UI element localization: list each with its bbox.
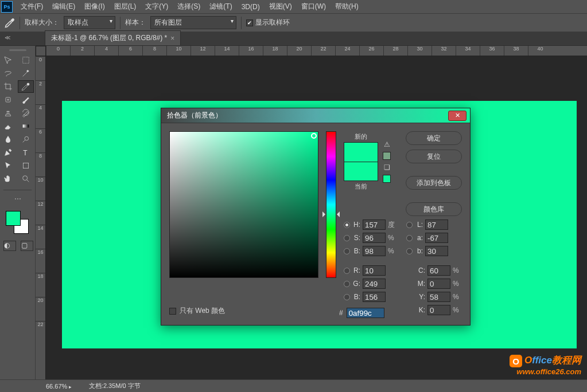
c-input[interactable] [427,265,450,276]
menu-image[interactable]: 图像(I) [80,0,109,13]
edit-toolbar-icon[interactable]: ⋯ [0,195,35,203]
m-input[interactable] [427,279,450,289]
hue-slider[interactable] [324,131,338,315]
eyedropper-icon [5,18,15,28]
lab-b-input[interactable] [425,246,448,256]
radio-s[interactable] [344,235,350,241]
menu-layer[interactable]: 图层(L) [110,0,141,13]
pen-tool[interactable] [0,146,16,159]
gamut-swatch[interactable] [383,152,391,160]
l-input[interactable] [425,219,448,230]
color-libraries-button[interactable]: 颜色库 [406,202,462,216]
doc-size[interactable]: 文档:2.35M/0 字节 [89,382,141,390]
magic-wand-tool[interactable] [18,67,34,80]
brush-tool[interactable] [18,93,34,106]
radio-l[interactable] [406,222,413,228]
menu-view[interactable]: 视图(V) [265,0,297,13]
g-input[interactable] [363,279,386,289]
watermark: OOffice教程网 www.office26.com [510,354,581,376]
tab-scroll-arrows[interactable]: ≪ [5,34,10,41]
close-tab-icon[interactable]: × [170,34,174,42]
menu-file[interactable]: 文件(F) [16,0,48,13]
ok-button[interactable]: 确定 [406,131,462,145]
hand-tool[interactable] [0,173,16,185]
radio-r[interactable] [344,268,350,274]
crop-tool[interactable] [0,80,16,93]
add-swatch-button[interactable]: 添加到色板 [406,176,462,190]
menu-bar: Ps 文件(F) 编辑(E) 图像(I) 图层(L) 文字(Y) 选择(S) 滤… [0,0,587,14]
websafe-swatch[interactable] [383,175,391,183]
toolbox-handle[interactable] [0,49,35,54]
clone-stamp-tool[interactable] [0,107,16,119]
color-swatches[interactable] [6,211,30,235]
move-tool[interactable] [0,54,16,66]
web-only-checkbox[interactable]: 只有 Web 颜色 [169,306,225,316]
k-input[interactable] [427,305,450,315]
dodge-tool[interactable] [18,133,34,146]
radio-g[interactable] [344,281,350,287]
websafe-warning-icon[interactable]: ❏ [384,163,390,171]
svg-point-4 [25,136,29,140]
svg-point-7 [23,176,28,181]
menu-help[interactable]: 帮助(H) [331,0,363,13]
dialog-titlebar[interactable]: 拾色器（前景色） ✕ [161,108,470,123]
svg-point-1 [27,83,29,85]
current-color-swatch[interactable] [344,162,378,181]
hue-pointer-icon [337,211,340,217]
menu-3d[interactable]: 3D(D) [237,1,265,13]
hex-input[interactable] [347,308,384,318]
options-bar: 取样大小： 取样点 样本： 所有图层 ✔ 显示取样环 [0,14,587,32]
menu-filter[interactable]: 滤镜(T) [205,0,236,13]
hash-label: # [339,309,343,317]
gamut-warning-icon[interactable]: ⚠ [384,140,390,148]
healing-brush-tool[interactable] [0,93,16,106]
bv-input[interactable] [363,246,386,256]
zoom-tool[interactable] [18,173,34,185]
foreground-swatch[interactable] [6,211,21,226]
radio-b[interactable] [344,248,350,254]
menu-edit[interactable]: 编辑(E) [48,0,80,13]
svg-rect-0 [23,57,29,64]
document-tab[interactable]: 未标题-1 @ 66.7% (图层 0, RGB/8#) * × [45,30,181,45]
separator [20,17,20,29]
lasso-tool[interactable] [0,67,16,80]
marquee-tool[interactable] [18,54,34,66]
checkbox-icon: ✔ [246,19,253,26]
close-button[interactable]: ✕ [448,111,467,121]
h-input[interactable] [363,219,386,230]
radio-bl[interactable] [344,294,350,300]
show-ring-checkbox[interactable]: ✔ 显示取样环 [246,18,290,28]
color-preview: 新的 当前 [344,131,378,216]
r-input[interactable] [363,265,386,276]
eraser-tool[interactable] [0,120,16,132]
reset-button[interactable]: 复位 [406,150,462,163]
menu-type[interactable]: 文字(Y) [141,0,173,13]
menu-select[interactable]: 选择(S) [173,0,205,13]
quickmask-button[interactable]: ◐ [3,241,16,251]
saturation-value-box[interactable] [169,131,318,278]
vertical-ruler: 0246810121416182022 [36,56,46,379]
path-select-tool[interactable] [0,159,16,172]
sv-cursor-icon [311,133,317,139]
horizontal-ruler: 0246810121416182022242628303234363840 [46,46,587,56]
zoom-level[interactable]: 66.67% [46,383,72,390]
type-tool[interactable]: T [18,146,34,159]
blur-tool[interactable] [0,133,16,146]
radio-lab-b[interactable] [406,248,413,254]
status-bar: 66.67% 文档:2.35M/0 字节 [0,379,587,392]
a-input[interactable] [425,233,448,243]
y-input[interactable] [427,292,450,302]
b-input[interactable] [363,292,386,302]
radio-a[interactable] [406,235,413,241]
sample-select[interactable]: 所有图层 [150,16,236,29]
history-brush-tool[interactable] [18,107,34,119]
menu-window[interactable]: 窗口(W) [297,0,331,13]
sample-size-select[interactable]: 取样点 [64,16,115,29]
shape-tool[interactable] [18,159,34,172]
sample-label: 样本： [125,18,146,28]
screenmode-button[interactable]: ▢ [21,241,33,251]
eyedropper-tool[interactable] [18,80,34,93]
radio-h[interactable] [344,222,350,228]
gradient-tool[interactable] [18,120,34,132]
s-input[interactable] [363,233,386,243]
